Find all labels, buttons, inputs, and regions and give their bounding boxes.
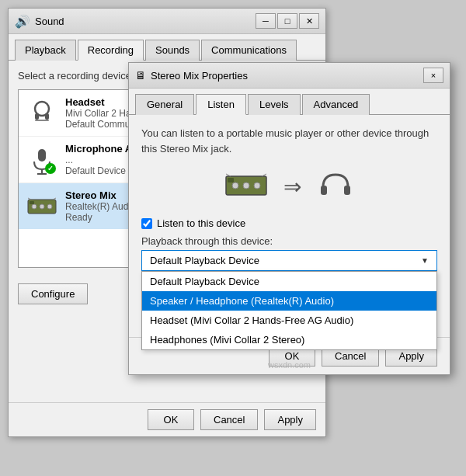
maximize-button[interactable]: □ xyxy=(277,13,297,29)
tab-sounds[interactable]: Sounds xyxy=(145,40,200,61)
dropdown-option-default[interactable]: Default Playback Device xyxy=(142,272,436,291)
stereo-description: You can listen to a portable music playe… xyxy=(141,126,437,156)
stereo-tab-general[interactable]: General xyxy=(135,94,194,115)
dropdown-option-headset[interactable]: Headset (Mivi Collar 2 Hands-Free AG Aud… xyxy=(142,311,436,330)
playback-dropdown-button[interactable]: Default Playback Device ▼ xyxy=(141,250,437,271)
dropdown-option-speaker[interactable]: Speaker / Headphone (Realtek(R) Audio) xyxy=(142,291,436,311)
stereo-tab-levels[interactable]: Levels xyxy=(248,94,301,115)
svg-rect-1 xyxy=(35,113,39,120)
listen-checkbox-label: Listen to this device xyxy=(157,217,245,229)
playback-dropdown-list: Default Playback Device Speaker / Headph… xyxy=(141,271,437,350)
stereomix-icon xyxy=(26,191,57,222)
tab-recording[interactable]: Recording xyxy=(78,40,144,61)
svg-point-16 xyxy=(243,182,249,189)
arrow-icon: ⇒ xyxy=(283,174,301,200)
svg-rect-22 xyxy=(344,186,350,195)
svg-rect-21 xyxy=(321,186,327,195)
sound-ok-cancel-row: OK Cancel Apply xyxy=(9,402,325,436)
sound-window-title: Sound xyxy=(35,16,64,27)
sound-cancel-button[interactable]: Cancel xyxy=(200,409,258,430)
stereo-tab-advanced[interactable]: Advanced xyxy=(302,94,370,115)
tab-communications[interactable]: Communications xyxy=(201,40,297,61)
device-visual-row: ⇒ xyxy=(141,169,437,205)
stereo-close-button[interactable]: × xyxy=(423,68,443,83)
svg-point-9 xyxy=(40,204,44,209)
svg-rect-3 xyxy=(35,120,49,121)
close-button[interactable]: ✕ xyxy=(299,13,319,29)
listen-checkbox[interactable] xyxy=(141,218,152,229)
sound-tabs-bar: Playback Recording Sounds Communications xyxy=(9,34,325,61)
sound-title-bar: 🔊 Sound ─ □ ✕ xyxy=(9,9,325,34)
chevron-down-icon: ▼ xyxy=(421,256,429,265)
svg-point-8 xyxy=(32,204,37,209)
stereo-title-bar: 🖥 Stereo Mix Properties × xyxy=(129,63,450,89)
svg-rect-11 xyxy=(30,201,34,204)
svg-point-17 xyxy=(254,182,260,189)
sound-apply-button[interactable]: Apply xyxy=(264,409,316,430)
stereo-listen-content: You can listen to a portable music playe… xyxy=(129,115,450,332)
headphone-visual-icon xyxy=(317,169,354,205)
svg-point-15 xyxy=(232,182,238,189)
stereo-window-title: Stereo Mix Properties xyxy=(151,70,248,82)
default-check: ✓ xyxy=(45,163,56,174)
pcb-visual-icon xyxy=(224,170,268,203)
svg-rect-4 xyxy=(38,149,46,162)
stereo-mix-properties-window: 🖥 Stereo Mix Properties × General Listen… xyxy=(128,62,450,375)
svg-rect-18 xyxy=(228,178,234,182)
playback-through-label: Playback through this device: xyxy=(141,235,437,247)
stereo-window-icon: 🖥 xyxy=(135,69,146,82)
tab-playback[interactable]: Playback xyxy=(15,40,76,61)
microphone-icon: ✓ xyxy=(26,144,57,175)
svg-rect-2 xyxy=(45,113,49,120)
stereo-tab-listen[interactable]: Listen xyxy=(196,94,246,115)
sound-window-icon: 🔊 xyxy=(15,14,30,29)
stereo-tabs-bar: General Listen Levels Advanced xyxy=(129,89,450,115)
sound-ok-button[interactable]: OK xyxy=(148,409,194,430)
minimize-button[interactable]: ─ xyxy=(256,13,276,29)
dropdown-selected-value: Default Playback Device xyxy=(150,255,259,266)
dropdown-option-headphones[interactable]: Headphones (Mivi Collar 2 Stereo) xyxy=(142,330,436,349)
playback-dropdown-container: Default Playback Device ▼ Default Playba… xyxy=(141,250,437,271)
listen-checkbox-row: Listen to this device xyxy=(141,217,437,229)
svg-point-10 xyxy=(47,204,52,209)
configure-button[interactable]: Configure xyxy=(18,283,88,304)
headset-icon xyxy=(26,98,57,129)
